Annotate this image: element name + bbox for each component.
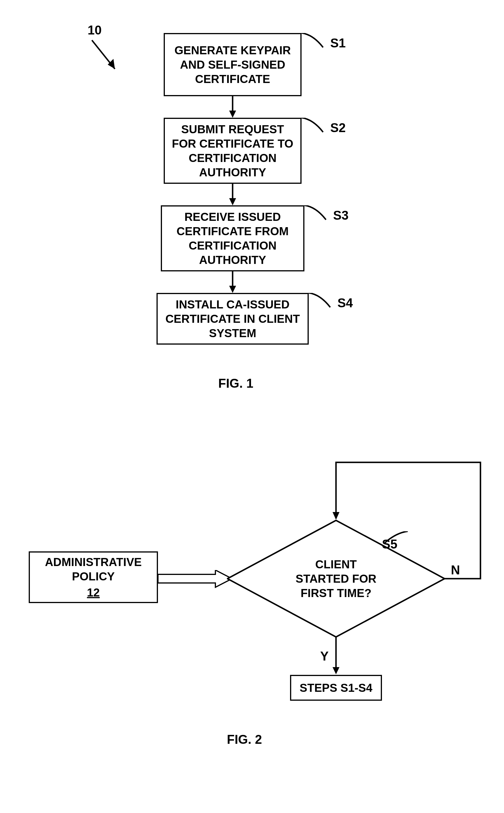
steps-s1-s4-box: STEPS S1-S4 <box>290 675 382 701</box>
step-s3-text: RECEIVE ISSUED CERTIFICATE FROM CERTIFIC… <box>168 210 298 267</box>
s3-leader <box>304 205 330 223</box>
steps-s1-s4-text: STEPS S1-S4 <box>300 681 372 695</box>
svg-marker-10 <box>333 512 339 520</box>
ref-number-10: 10 <box>88 23 102 37</box>
ref-arrow-10 <box>89 37 123 78</box>
fig1-caption: FIG. 1 <box>218 376 253 391</box>
admin-to-decision-arrow <box>158 570 233 590</box>
step-s1-box: GENERATE KEYPAIR AND SELF-SIGNED CERTIFI… <box>164 33 302 96</box>
svg-marker-12 <box>333 667 339 674</box>
step-s4-text: INSTALL CA-ISSUED CERTIFICATE IN CLIENT … <box>163 297 302 340</box>
svg-marker-5 <box>229 198 236 205</box>
no-feedback-line <box>332 461 484 580</box>
step-s4-label: S4 <box>337 296 353 310</box>
svg-marker-3 <box>229 111 236 118</box>
step-s2-label: S2 <box>330 121 346 135</box>
step-s2-box: SUBMIT REQUEST FOR CERTIFICATE TO CERTIF… <box>164 118 302 184</box>
svg-marker-7 <box>229 286 236 293</box>
admin-policy-box: ADMINISTRATIVE POLICY 12 <box>29 551 158 603</box>
step-s1-label: S1 <box>330 36 346 50</box>
arrow-decision-to-steps <box>332 637 340 676</box>
svg-marker-8 <box>158 570 232 587</box>
arrow-s3-s4 <box>228 271 237 294</box>
step-s3-box: RECEIVE ISSUED CERTIFICATE FROM CERTIFIC… <box>161 205 304 271</box>
decision-yes-label: Y <box>320 649 329 663</box>
s1-leader <box>302 33 327 50</box>
s4-leader <box>309 293 335 310</box>
admin-policy-ref: 12 <box>87 585 100 600</box>
fig2-caption: FIG. 2 <box>227 732 262 747</box>
arrow-s2-s3 <box>228 184 237 207</box>
step-s4-box: INSTALL CA-ISSUED CERTIFICATE IN CLIENT … <box>157 293 309 345</box>
step-s3-label: S3 <box>333 208 349 223</box>
admin-policy-text: ADMINISTRATIVE POLICY <box>36 555 151 584</box>
arrow-s1-s2 <box>228 96 237 119</box>
step-s1-text: GENERATE KEYPAIR AND SELF-SIGNED CERTIFI… <box>171 43 295 86</box>
s2-leader <box>302 118 327 135</box>
step-s2-text: SUBMIT REQUEST FOR CERTIFICATE TO CERTIF… <box>171 122 295 179</box>
